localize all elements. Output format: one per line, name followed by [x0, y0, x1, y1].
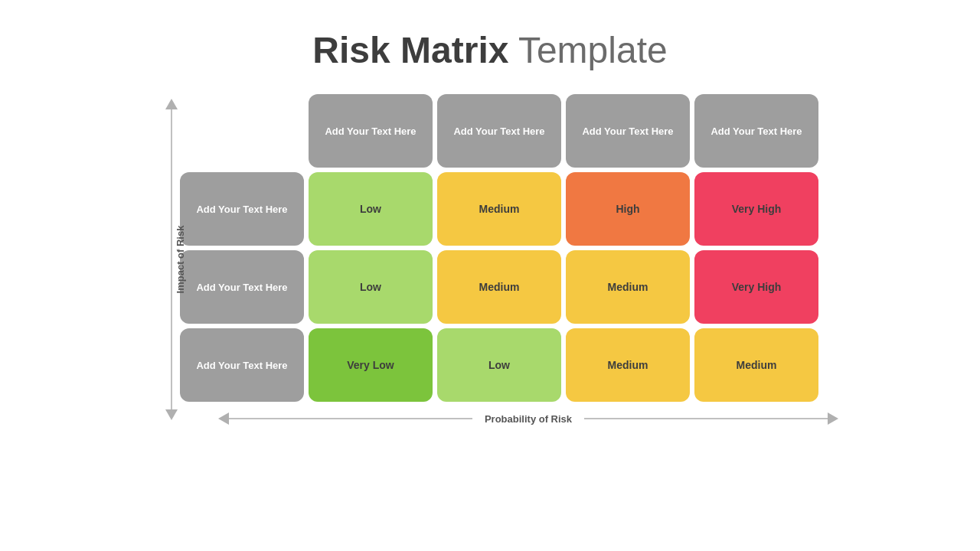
axis-line-horizontal	[229, 418, 472, 419]
matrix-cell: Add Your Text Here	[437, 94, 561, 168]
matrix-and-xaxis: Add Your Text HereAdd Your Text HereAdd …	[180, 94, 838, 425]
matrix-cell: Add Your Text Here	[309, 94, 433, 168]
matrix-cell: High	[566, 172, 690, 246]
matrix-cell: Very High	[694, 172, 818, 246]
matrix-cell: Medium	[437, 250, 561, 324]
arrow-right-icon	[828, 412, 838, 425]
matrix-cell: Low	[309, 250, 433, 324]
title-light: Template	[508, 30, 667, 70]
chart-area: Impact of Risk Add Your Text HereAdd You…	[142, 94, 838, 425]
axis-line-vertical	[171, 109, 172, 409]
matrix-cell: Very High	[694, 250, 818, 324]
matrix-cell: Add Your Text Here	[566, 94, 690, 168]
y-axis-container: Impact of Risk	[142, 99, 180, 420]
matrix-cell: Low	[309, 172, 433, 246]
matrix-cell: Medium	[566, 250, 690, 324]
y-axis-label: Impact of Risk	[175, 226, 186, 294]
arrow-up-icon	[165, 99, 178, 109]
matrix-cell: Low	[437, 328, 561, 402]
matrix-cell: Add Your Text Here	[180, 328, 304, 402]
matrix-cell: Medium	[437, 172, 561, 246]
matrix-cell: Medium	[694, 328, 818, 402]
axis-line-horizontal-2	[584, 418, 828, 419]
matrix-cell: Add Your Text Here	[180, 250, 304, 324]
matrix-grid: Add Your Text HereAdd Your Text HereAdd …	[180, 94, 838, 402]
title-bold: Risk Matrix	[312, 30, 508, 70]
matrix-cell: Medium	[566, 328, 690, 402]
arrow-left-icon	[218, 412, 229, 425]
title-container: Risk Matrix Template	[312, 29, 667, 71]
matrix-cell: Very Low	[309, 328, 433, 402]
x-axis-container: Probability of Risk	[218, 412, 838, 425]
x-axis-label: Probability of Risk	[485, 413, 572, 425]
arrow-down-icon	[165, 409, 178, 420]
matrix-cell: Add Your Text Here	[180, 172, 304, 246]
matrix-cell: Add Your Text Here	[694, 94, 818, 168]
